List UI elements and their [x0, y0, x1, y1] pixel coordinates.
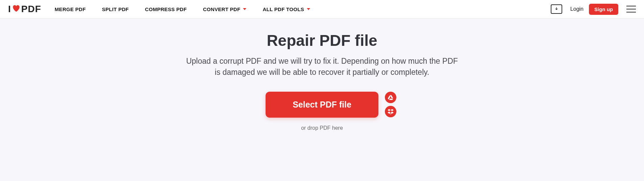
topbar: I PDF MERGE PDF SPLIT PDF COMPRESS PDF C…: [0, 0, 644, 19]
main-nav: MERGE PDF SPLIT PDF COMPRESS PDF CONVERT…: [55, 6, 310, 12]
drop-hint: or drop PDF here: [0, 125, 644, 131]
main-content: Repair PDF file Upload a corrupt PDF and…: [0, 19, 644, 131]
dropbox-button[interactable]: [385, 106, 396, 117]
page-title: Repair PDF file: [0, 31, 644, 50]
desktop-download-button[interactable]: [551, 4, 562, 14]
logo-text-left: I: [8, 4, 11, 14]
select-pdf-button[interactable]: Select PDF file: [266, 92, 378, 118]
file-select-row: Select PDF file: [0, 92, 644, 118]
google-drive-icon: [388, 94, 394, 100]
dropbox-icon: [388, 109, 394, 115]
cloud-upload-buttons: [385, 92, 396, 117]
logo[interactable]: I PDF: [8, 4, 41, 14]
caret-down-icon: [243, 8, 246, 10]
caret-down-icon: [307, 8, 310, 10]
nav-convert-pdf[interactable]: CONVERT PDF: [203, 6, 247, 12]
google-drive-button[interactable]: [385, 92, 396, 103]
nav-all-pdf-tools[interactable]: ALL PDF TOOLS: [263, 6, 310, 12]
nav-compress-pdf[interactable]: COMPRESS PDF: [145, 6, 187, 12]
nav-merge-pdf[interactable]: MERGE PDF: [55, 6, 86, 12]
login-link[interactable]: Login: [570, 6, 584, 12]
menu-button[interactable]: [626, 6, 636, 12]
download-icon: [554, 7, 559, 11]
nav-split-pdf[interactable]: SPLIT PDF: [102, 6, 129, 12]
page-subtitle: Upload a corrupt PDF and we will try to …: [183, 56, 461, 78]
heart-icon: [12, 4, 21, 14]
signup-button[interactable]: Sign up: [589, 4, 618, 15]
logo-text-right: PDF: [21, 4, 41, 14]
hamburger-icon: [626, 6, 636, 6]
